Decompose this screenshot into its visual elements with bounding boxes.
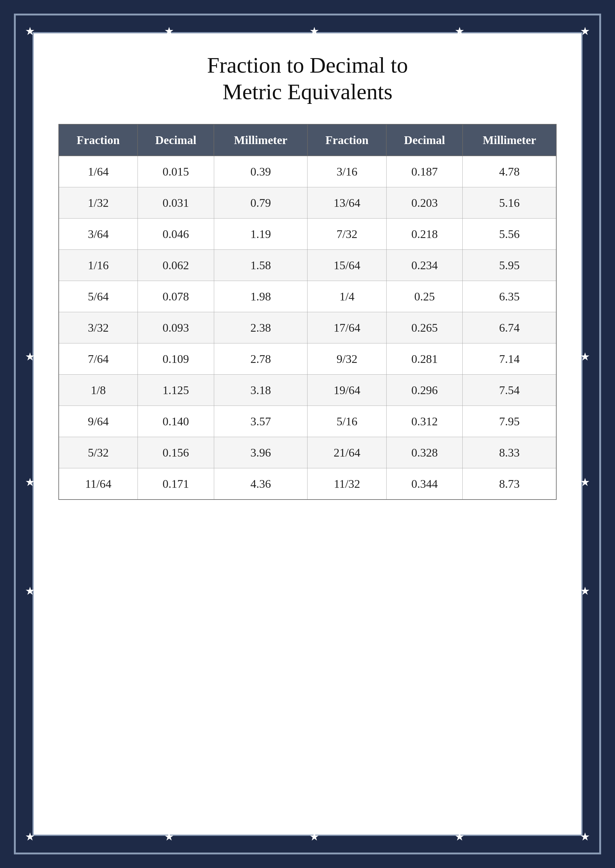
cell-9-3: 21/64 bbox=[308, 437, 386, 468]
star-top-center3: ★ bbox=[454, 25, 465, 38]
cell-4-2: 1.98 bbox=[214, 281, 308, 312]
cell-4-1: 0.078 bbox=[137, 281, 214, 312]
cell-1-1: 0.031 bbox=[137, 187, 214, 218]
cell-2-0: 3/64 bbox=[59, 218, 137, 250]
table-row: 1/640.0150.393/160.1874.78 bbox=[59, 156, 556, 187]
cell-7-2: 3.18 bbox=[214, 374, 308, 406]
cell-9-1: 0.156 bbox=[137, 437, 214, 468]
cell-10-1: 0.171 bbox=[137, 468, 214, 500]
page-title: Fraction to Decimal to Metric Equivalent… bbox=[207, 52, 408, 105]
cell-0-4: 0.187 bbox=[386, 156, 463, 187]
star-bottom-right: ★ bbox=[580, 830, 590, 843]
cell-8-5: 7.95 bbox=[463, 406, 556, 437]
cell-2-2: 1.19 bbox=[214, 218, 308, 250]
cell-10-3: 11/32 bbox=[308, 468, 386, 500]
table-row: 9/640.1403.575/160.3127.95 bbox=[59, 406, 556, 437]
equivalents-table: Fraction Decimal Millimeter Fraction Dec… bbox=[58, 124, 557, 500]
col-header-fraction2: Fraction bbox=[308, 124, 386, 156]
cell-4-4: 0.25 bbox=[386, 281, 463, 312]
cell-7-5: 7.54 bbox=[463, 374, 556, 406]
cell-4-3: 1/4 bbox=[308, 281, 386, 312]
cell-0-1: 0.015 bbox=[137, 156, 214, 187]
cell-0-2: 0.39 bbox=[214, 156, 308, 187]
cell-6-4: 0.281 bbox=[386, 343, 463, 374]
cell-5-5: 6.74 bbox=[463, 312, 556, 343]
table-row: 5/320.1563.9621/640.3288.33 bbox=[59, 437, 556, 468]
cell-10-4: 0.344 bbox=[386, 468, 463, 500]
star-bottom-left: ★ bbox=[25, 830, 35, 843]
cell-10-0: 11/64 bbox=[59, 468, 137, 500]
cell-3-2: 1.58 bbox=[214, 250, 308, 281]
cell-2-4: 0.218 bbox=[386, 218, 463, 250]
cell-8-3: 5/16 bbox=[308, 406, 386, 437]
cell-7-3: 19/64 bbox=[308, 374, 386, 406]
col-header-millimeter1: Millimeter bbox=[214, 124, 308, 156]
cell-8-4: 0.312 bbox=[386, 406, 463, 437]
star-bottom-center1: ★ bbox=[164, 830, 174, 843]
cell-3-1: 0.062 bbox=[137, 250, 214, 281]
star-mid-right2: ★ bbox=[580, 476, 590, 489]
cell-3-4: 0.234 bbox=[386, 250, 463, 281]
cell-1-3: 13/64 bbox=[308, 187, 386, 218]
cell-7-0: 1/8 bbox=[59, 374, 137, 406]
col-header-millimeter2: Millimeter bbox=[463, 124, 556, 156]
cell-4-0: 5/64 bbox=[59, 281, 137, 312]
col-header-decimal2: Decimal bbox=[386, 124, 463, 156]
star-top-center2: ★ bbox=[309, 25, 319, 38]
cell-10-5: 8.73 bbox=[463, 468, 556, 500]
cell-2-1: 0.046 bbox=[137, 218, 214, 250]
cell-9-0: 5/32 bbox=[59, 437, 137, 468]
cell-8-2: 3.57 bbox=[214, 406, 308, 437]
outer-border: ★ ★ ★ ★ ★ ★ ★ ★ ★ ★ ★ ★ ★ ★ ★ ★ Fraction… bbox=[14, 14, 601, 854]
cell-1-2: 0.79 bbox=[214, 187, 308, 218]
cell-0-0: 1/64 bbox=[59, 156, 137, 187]
star-bottom-center2: ★ bbox=[309, 830, 319, 843]
cell-10-2: 4.36 bbox=[214, 468, 308, 500]
star-top-center1: ★ bbox=[164, 25, 174, 38]
table-row: 11/640.1714.3611/320.3448.73 bbox=[59, 468, 556, 500]
table-row: 1/81.1253.1819/640.2967.54 bbox=[59, 374, 556, 406]
star-top-left: ★ bbox=[25, 25, 35, 38]
table-header-row: Fraction Decimal Millimeter Fraction Dec… bbox=[59, 124, 556, 156]
cell-5-2: 2.38 bbox=[214, 312, 308, 343]
cell-6-1: 0.109 bbox=[137, 343, 214, 374]
table-row: 3/640.0461.197/320.2185.56 bbox=[59, 218, 556, 250]
cell-4-5: 6.35 bbox=[463, 281, 556, 312]
star-mid-right3: ★ bbox=[580, 585, 590, 598]
cell-7-1: 1.125 bbox=[137, 374, 214, 406]
cell-6-3: 9/32 bbox=[308, 343, 386, 374]
cell-8-1: 0.140 bbox=[137, 406, 214, 437]
star-mid-right1: ★ bbox=[580, 350, 590, 363]
cell-0-3: 3/16 bbox=[308, 156, 386, 187]
cell-6-5: 7.14 bbox=[463, 343, 556, 374]
table-row: 1/160.0621.5815/640.2345.95 bbox=[59, 250, 556, 281]
table-row: 5/640.0781.981/40.256.35 bbox=[59, 281, 556, 312]
inner-card: Fraction to Decimal to Metric Equivalent… bbox=[33, 32, 582, 836]
cell-3-3: 15/64 bbox=[308, 250, 386, 281]
cell-5-4: 0.265 bbox=[386, 312, 463, 343]
cell-9-5: 8.33 bbox=[463, 437, 556, 468]
cell-9-2: 3.96 bbox=[214, 437, 308, 468]
cell-8-0: 9/64 bbox=[59, 406, 137, 437]
star-mid-left2: ★ bbox=[25, 476, 35, 489]
cell-5-3: 17/64 bbox=[308, 312, 386, 343]
cell-1-5: 5.16 bbox=[463, 187, 556, 218]
cell-5-0: 3/32 bbox=[59, 312, 137, 343]
cell-2-3: 7/32 bbox=[308, 218, 386, 250]
table-row: 3/320.0932.3817/640.2656.74 bbox=[59, 312, 556, 343]
table-row: 7/640.1092.789/320.2817.14 bbox=[59, 343, 556, 374]
col-header-decimal1: Decimal bbox=[137, 124, 214, 156]
cell-5-1: 0.093 bbox=[137, 312, 214, 343]
cell-3-0: 1/16 bbox=[59, 250, 137, 281]
cell-3-5: 5.95 bbox=[463, 250, 556, 281]
star-bottom-center3: ★ bbox=[454, 830, 465, 843]
cell-6-0: 7/64 bbox=[59, 343, 137, 374]
cell-1-0: 1/32 bbox=[59, 187, 137, 218]
cell-6-2: 2.78 bbox=[214, 343, 308, 374]
cell-0-5: 4.78 bbox=[463, 156, 556, 187]
star-mid-left1: ★ bbox=[25, 350, 35, 363]
cell-1-4: 0.203 bbox=[386, 187, 463, 218]
cell-9-4: 0.328 bbox=[386, 437, 463, 468]
cell-2-5: 5.56 bbox=[463, 218, 556, 250]
star-top-right: ★ bbox=[580, 25, 590, 38]
